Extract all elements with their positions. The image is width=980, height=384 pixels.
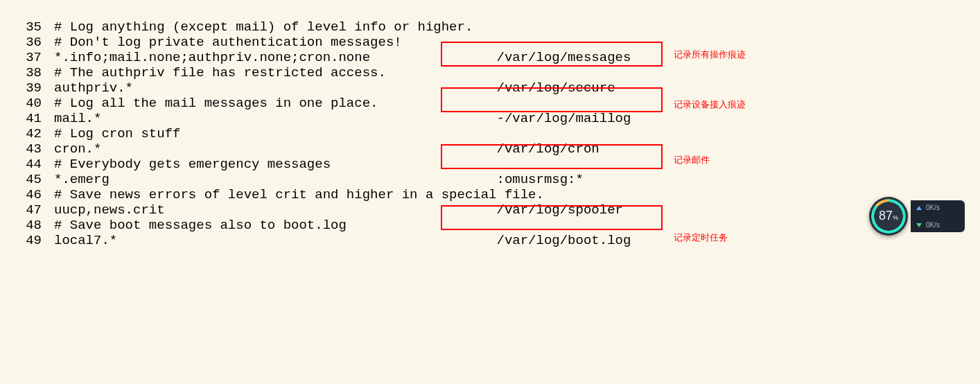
- code-line: 41mail.* -/var/log/maillog: [0, 111, 631, 126]
- line-number: 41: [0, 111, 54, 126]
- code-text: *.emerg :omusrmsg:*: [54, 172, 584, 187]
- highlight-box-messages: [441, 42, 663, 67]
- code-line: 38# The authpriv file has restricted acc…: [0, 65, 631, 80]
- code-text: # The authpriv file has restricted acces…: [54, 65, 386, 80]
- upload-speed: 0K/s: [926, 200, 940, 216]
- widget-circle[interactable]: 87%: [869, 197, 908, 236]
- widget-percent: 87%: [879, 208, 898, 225]
- code-text: # Save boot messages also to boot.log: [54, 218, 347, 233]
- code-text: # Log all the mail messages in one place…: [54, 96, 378, 111]
- code-text: # Log cron stuff: [54, 126, 180, 141]
- download-speed: 0K/s: [926, 218, 940, 233]
- highlight-box-cron: [441, 205, 663, 230]
- line-number: 49: [0, 233, 54, 248]
- annotation-maillog: 记录邮件: [674, 152, 710, 168]
- line-number: 40: [0, 96, 54, 111]
- code-line: 45*.emerg :omusrmsg:*: [0, 172, 631, 187]
- code-line: 42# Log cron stuff: [0, 126, 631, 141]
- annotation-secure: 记录设备接入痕迹: [674, 97, 746, 112]
- performance-widget[interactable]: 87% 0K/s 0K/s: [869, 195, 966, 237]
- line-number: 43: [0, 141, 54, 157]
- arrow-up-icon: [916, 206, 922, 210]
- code-text: # Log anything (except mail) of level in…: [54, 19, 473, 35]
- line-number: 46: [0, 187, 54, 202]
- code-text: local7.* /var/log/boot.log: [54, 233, 631, 248]
- annotation-messages: 记录所有操作痕迹: [674, 47, 746, 62]
- code-line: 46# Save news errors of level crit and h…: [0, 187, 631, 202]
- line-number: 42: [0, 126, 54, 141]
- annotation-cron: 记录定时任务: [674, 230, 728, 245]
- highlight-box-secure: [441, 87, 663, 112]
- code-text: # Save news errors of level crit and hig…: [54, 187, 544, 202]
- line-number: 38: [0, 65, 54, 80]
- code-text: mail.* -/var/log/maillog: [54, 111, 631, 126]
- line-number: 39: [0, 80, 54, 96]
- line-number: 35: [0, 19, 54, 35]
- line-number: 45: [0, 172, 54, 187]
- line-number: 44: [0, 157, 54, 172]
- arrow-down-icon: [916, 223, 922, 227]
- line-number: 48: [0, 218, 54, 233]
- code-text: # Don't log private authentication messa…: [54, 35, 402, 50]
- line-number: 37: [0, 50, 54, 65]
- code-text: # Everybody gets emergency messages: [54, 157, 331, 172]
- highlight-box-maillog: [441, 144, 663, 169]
- line-number: 47: [0, 202, 54, 218]
- line-number: 36: [0, 35, 54, 50]
- widget-netspeed: 0K/s 0K/s: [911, 200, 965, 232]
- code-line: 35# Log anything (except mail) of level …: [0, 19, 631, 35]
- code-line: 49local7.* /var/log/boot.log: [0, 233, 631, 248]
